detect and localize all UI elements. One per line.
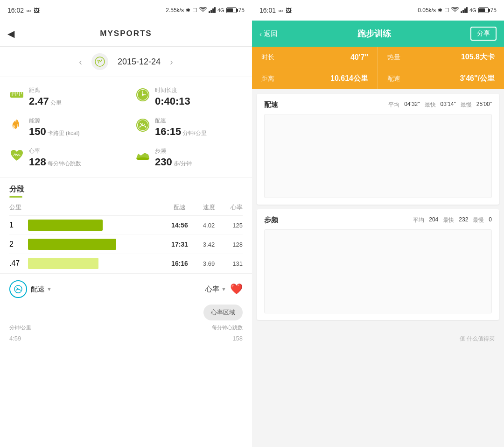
segment-row-3: .47 16:16 3.69 131 — [9, 254, 243, 273]
banner-pace: 配速 3'46"/公里 — [378, 68, 504, 89]
signal-bars-right — [461, 7, 468, 14]
cadence-card: 步频 平均 204 最快 232 最慢 0 — [257, 209, 499, 320]
pace-chart-area — [264, 114, 492, 198]
banner-distance-value: 10.614公里 — [330, 74, 368, 84]
banner-calories-value: 105.8大卡 — [461, 52, 495, 62]
cadence-fast-label: 最快 — [443, 216, 454, 224]
fire-icon — [9, 118, 24, 133]
current-date: 2015-12-24 — [118, 57, 161, 67]
seg-pace-1: 14:56 — [163, 221, 196, 229]
cadence-card-stats: 平均 204 最快 232 最慢 0 — [413, 216, 492, 224]
section-title-bar: 分段 — [0, 178, 252, 199]
sim-right: ☐ — [444, 7, 449, 14]
data-rate-right: 0.05k/s — [418, 7, 436, 14]
chart-axis: 分钟/公里 每分钟心跳数 — [0, 324, 252, 335]
heartrate-selector[interactable]: 心率 ▼ — [205, 285, 226, 294]
stat-cadence: 步频 230 步/分钟 — [126, 142, 252, 173]
pace-avg-label: 平均 — [388, 101, 399, 109]
heartrate-unit: 每分钟心跳数 — [48, 160, 81, 168]
battery-level-left: 75 — [238, 7, 245, 14]
right-axis-label: 每分钟心跳数 — [212, 324, 243, 331]
pace-avg-value: 04'32" — [404, 101, 420, 109]
banner-distance: 距离 10.614公里 — [252, 68, 378, 89]
header-right: ‹ 返回 跑步训练 分享 — [252, 21, 504, 47]
calories-unit: 卡路里 (kcal) — [48, 129, 80, 137]
status-bar-right: 16:01 ∞ 🖼 0.05k/s ✱ ☐ 4G — [252, 0, 504, 21]
cadence-slow-label: 最慢 — [473, 216, 484, 224]
back-text: 返回 — [264, 29, 278, 38]
header-speed: 速度 — [196, 203, 222, 212]
seg-pace-3: 16:16 — [163, 260, 196, 267]
seg-hr-2: 128 — [222, 241, 243, 248]
right-panel: 16:01 ∞ 🖼 0.05k/s ✱ ☐ 4G — [252, 0, 504, 447]
header-pace: 配速 — [163, 203, 196, 212]
cadence-fast-value: 232 — [459, 216, 468, 224]
seg-hr-1: 125 — [222, 222, 243, 229]
header-km: 公里 — [9, 203, 28, 212]
back-button-right[interactable]: ‹ 返回 — [259, 29, 278, 38]
duration-value: 0:40:13 — [155, 95, 190, 107]
status-bar-left: 16:02 ∞ 🖼 2.55k/s ✱ ☐ 4G — [0, 0, 252, 21]
calories-label: 能源 — [29, 117, 79, 125]
speed-chart-icon[interactable] — [9, 280, 27, 298]
media-icon-left: 🖼 — [34, 7, 40, 14]
sim-left: ☐ — [192, 7, 197, 14]
pace-unit: 分钟/公里 — [182, 129, 206, 137]
banner-duration: 时长 40'7" — [252, 47, 378, 68]
hr-zone-row: 心率区域 — [0, 305, 252, 324]
left-axis-label: 分钟/公里 — [9, 324, 31, 331]
duration-content: 时间长度 0:40:13 — [155, 86, 190, 107]
share-button[interactable]: 分享 — [470, 27, 497, 41]
seg-km-1: 1 — [9, 221, 28, 229]
heart-rate-zone-button[interactable]: 心率区域 — [203, 305, 243, 320]
seg-km-2: 2 — [9, 240, 28, 248]
cadence-card-title: 步频 — [264, 216, 278, 225]
data-rate-left: 2.55k/s — [166, 7, 184, 14]
heartrate-dropdown-arrow: ▼ — [221, 286, 226, 292]
stat-heartrate: 心率 128 每分钟心跳数 — [0, 142, 126, 173]
header-hr: 心率 — [222, 203, 243, 212]
date-prev-button[interactable]: ‹ — [79, 57, 82, 67]
distance-unit: 公里 — [50, 99, 62, 107]
seg-bar-2 — [28, 239, 163, 250]
cadence-content: 步频 230 步/分钟 — [155, 147, 192, 168]
heartrate-selector-label: 心率 — [205, 285, 219, 294]
date-next-button[interactable]: › — [170, 57, 173, 67]
back-button-left[interactable]: ◀ — [7, 28, 14, 39]
watermark-area: 值 什么值得买 — [252, 325, 504, 352]
network-type-right: 4G — [469, 7, 476, 13]
back-chevron: ‹ — [259, 30, 262, 38]
banner-duration-label: 时长 — [261, 53, 274, 62]
segment-row-1: 1 14:56 4.02 125 — [9, 216, 243, 235]
right-panel-content: 配速 平均 04'32" 最快 03'14" 最慢 25'00" 步频 平均 — [252, 89, 504, 447]
seg-speed-3: 3.69 — [196, 260, 222, 267]
cadence-unit: 步/分钟 — [174, 160, 192, 168]
stat-duration: 时间长度 0:40:13 — [126, 82, 252, 112]
calories-content: 能源 150 卡路里 (kcal) — [29, 117, 79, 138]
ruler-icon — [9, 87, 24, 102]
left-axis-value: 4:59 — [9, 335, 21, 342]
seg-speed-1: 4.02 — [196, 222, 222, 229]
right-axis-value: 158 — [232, 335, 243, 342]
speed-selector[interactable]: 配速 ▼ — [31, 285, 52, 294]
wifi-left — [199, 7, 207, 14]
pace-fast-value: 03'14" — [441, 101, 456, 109]
heartrate-label: 心率 — [29, 147, 81, 155]
speed-label: 配速 — [31, 285, 45, 294]
seg-bar-3 — [28, 258, 163, 269]
stat-pace: 配速 16:15 分钟/公里 — [126, 112, 252, 142]
app-title: MYSPORTS — [100, 29, 152, 38]
bluetooth-right: ✱ — [438, 7, 442, 14]
heart-rate-icon: ❤️ — [230, 283, 243, 295]
pace-slow-label: 最慢 — [461, 101, 472, 109]
banner-pace-label: 配速 — [387, 75, 400, 83]
banner-calories: 热量 105.8大卡 — [378, 47, 504, 68]
svg-point-1 — [97, 60, 98, 62]
svg-point-0 — [95, 57, 105, 66]
cadence-slow-value: 0 — [489, 216, 492, 224]
stat-distance: 距离 2.47 公里 — [0, 82, 126, 112]
heartrate-value: 128 — [29, 156, 46, 168]
shoe-icon — [135, 148, 150, 163]
section-title: 分段 — [9, 185, 24, 193]
cadence-card-header: 步频 平均 204 最快 232 最慢 0 — [264, 216, 492, 225]
